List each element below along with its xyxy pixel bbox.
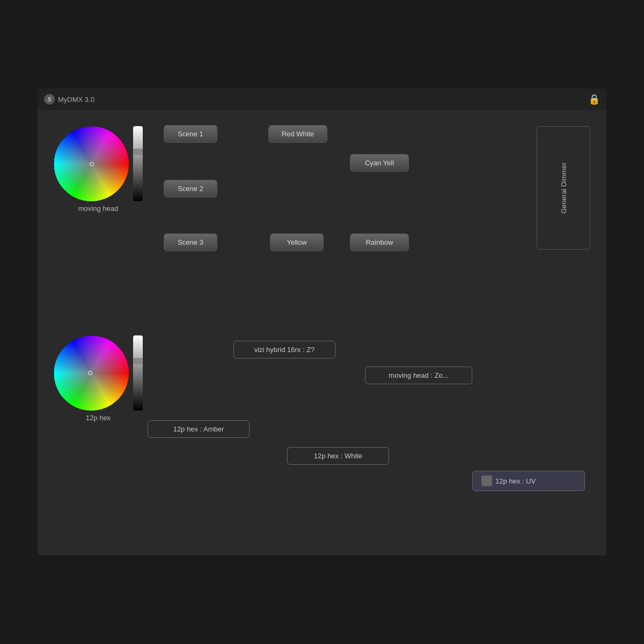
moving-head-wheel-container: moving head bbox=[54, 126, 143, 213]
moving-head-label: moving head bbox=[78, 204, 118, 213]
red-white-button[interactable]: Red White bbox=[268, 125, 327, 143]
app-title: MyDMX 3.0 bbox=[58, 96, 94, 104]
yellow-button[interactable]: Yellow bbox=[270, 233, 324, 251]
moving-head-zo-button[interactable]: moving head : Zo... bbox=[365, 367, 472, 384]
bottom-section: 12p hex vizi hybrid 16rx : Z? moving hea… bbox=[48, 330, 596, 518]
scene2-button[interactable]: Scene 2 bbox=[164, 180, 217, 197]
12p-hex-label: 12p hex bbox=[86, 414, 111, 422]
12p-hex-uv-button[interactable]: 12p hex : UV bbox=[472, 471, 585, 491]
12p-hex-color-wheel[interactable] bbox=[54, 335, 129, 411]
top-section: moving head Scene 1 Red White Cyan Yell … bbox=[48, 121, 596, 330]
uv-swatch bbox=[481, 475, 492, 486]
general-dimmer[interactable]: General Dimmer bbox=[537, 126, 590, 250]
app-logo: S MyDMX 3.0 bbox=[44, 94, 94, 105]
12p-hex-wheel-container: 12p hex bbox=[54, 335, 143, 422]
12p-hex-wheel-wrapper bbox=[54, 335, 143, 411]
top-bar: S MyDMX 3.0 🔒 bbox=[38, 89, 606, 110]
app-logo-icon: S bbox=[44, 94, 55, 105]
main-content: moving head Scene 1 Red White Cyan Yell … bbox=[38, 110, 606, 555]
12p-hex-amber-button[interactable]: 12p hex : Amber bbox=[148, 420, 250, 438]
scene1-button[interactable]: Scene 1 bbox=[164, 125, 217, 143]
moving-head-slider-thumb bbox=[133, 149, 143, 155]
12p-hex-slider-thumb bbox=[133, 358, 143, 364]
moving-head-slider[interactable] bbox=[133, 126, 143, 201]
app-window: S MyDMX 3.0 🔒 moving head bbox=[38, 89, 606, 555]
moving-head-color-wheel[interactable] bbox=[54, 126, 129, 201]
vizi-hybrid-button[interactable]: vizi hybrid 16rx : Z? bbox=[233, 341, 335, 358]
cyan-yell-button[interactable]: Cyan Yell bbox=[350, 154, 409, 172]
12p-hex-slider[interactable] bbox=[133, 335, 143, 411]
scene3-button[interactable]: Scene 3 bbox=[164, 233, 217, 251]
moving-head-wheel-wrapper bbox=[54, 126, 143, 201]
12p-hex-white-button[interactable]: 12p hex : White bbox=[287, 447, 389, 465]
rainbow-button[interactable]: Rainbow bbox=[350, 233, 409, 251]
lock-icon: 🔒 bbox=[588, 93, 600, 105]
